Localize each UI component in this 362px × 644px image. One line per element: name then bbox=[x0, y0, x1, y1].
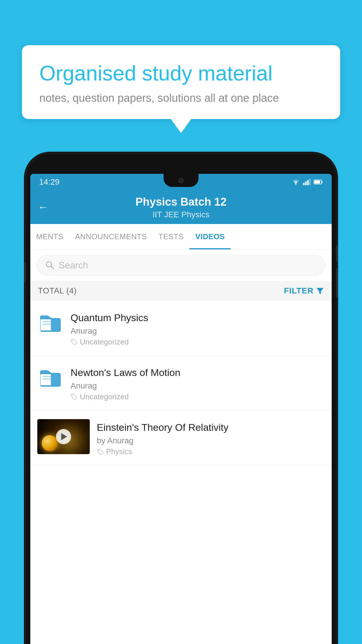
tab-videos[interactable]: VIDEOS bbox=[189, 224, 231, 249]
list-item[interactable]: Einstein's Theory Of Relativity by Anura… bbox=[30, 410, 332, 465]
svg-point-22 bbox=[72, 395, 73, 396]
svg-rect-7 bbox=[322, 181, 323, 183]
filter-button[interactable]: FILTER bbox=[284, 286, 324, 295]
back-button[interactable]: ← bbox=[38, 201, 48, 213]
power-button bbox=[336, 245, 338, 261]
search-icon bbox=[45, 260, 55, 270]
video-author: Anurag bbox=[71, 381, 325, 391]
tag-label: Uncategorized bbox=[80, 392, 129, 401]
video-title: Einstein's Theory Of Relativity bbox=[97, 421, 325, 434]
video-tag: Physics bbox=[97, 447, 325, 456]
phone-screen: 14:29 bbox=[30, 174, 332, 644]
tabs-bar: MENTS ANNOUNCEMENTS TESTS VIDEOS bbox=[30, 224, 332, 250]
search-container: Search bbox=[30, 250, 332, 281]
wifi-icon bbox=[291, 179, 300, 185]
svg-rect-21 bbox=[43, 378, 53, 379]
svg-rect-1 bbox=[303, 183, 305, 185]
phone-inner: 14:29 bbox=[26, 154, 336, 644]
video-title: Quantum Physics bbox=[71, 311, 325, 324]
svg-rect-6 bbox=[314, 181, 320, 183]
folder-icon bbox=[40, 367, 61, 388]
header-title: Physics Batch 12 bbox=[39, 195, 323, 209]
video-tag: Uncategorized bbox=[71, 392, 325, 401]
status-icons bbox=[291, 179, 323, 185]
play-triangle-icon bbox=[61, 433, 67, 440]
volume-down-button bbox=[336, 268, 338, 298]
svg-line-9 bbox=[51, 266, 54, 269]
signal-icon bbox=[303, 179, 311, 185]
svg-point-16 bbox=[72, 340, 73, 341]
thumbnail-orb bbox=[42, 435, 58, 451]
video-tag: Uncategorized bbox=[71, 337, 325, 346]
filter-icon bbox=[316, 287, 324, 295]
total-count-label: TOTAL (4) bbox=[38, 286, 77, 295]
svg-rect-4 bbox=[309, 179, 311, 185]
search-bar[interactable]: Search bbox=[37, 255, 325, 276]
svg-rect-15 bbox=[43, 323, 53, 325]
tag-label: Physics bbox=[106, 447, 132, 456]
tab-announcements[interactable]: ANNOUNCEMENTS bbox=[69, 224, 153, 249]
filter-bar: TOTAL (4) FILTER bbox=[30, 281, 332, 301]
folder-icon-container bbox=[37, 364, 64, 388]
volume-button bbox=[24, 262, 26, 283]
speech-bubble: Organised study material notes, question… bbox=[22, 45, 340, 119]
svg-marker-10 bbox=[317, 288, 324, 294]
tag-label: Uncategorized bbox=[80, 337, 129, 346]
video-info: Newton's Laws of Motion Anurag Uncategor… bbox=[71, 364, 325, 401]
video-info: Einstein's Theory Of Relativity by Anura… bbox=[97, 419, 325, 456]
filter-label: FILTER bbox=[284, 286, 314, 295]
bubble-title: Organised study material bbox=[39, 61, 323, 85]
tab-ments[interactable]: MENTS bbox=[30, 224, 69, 249]
svg-rect-3 bbox=[307, 180, 309, 185]
time-display: 14:29 bbox=[39, 177, 59, 187]
battery-icon bbox=[314, 179, 323, 185]
play-button[interactable] bbox=[56, 429, 71, 444]
tag-icon bbox=[71, 338, 78, 345]
video-list: Quantum Physics Anurag Uncategorized bbox=[30, 301, 332, 466]
svg-rect-20 bbox=[43, 376, 56, 377]
video-info: Quantum Physics Anurag Uncategorized bbox=[71, 309, 325, 346]
app-header: ← Physics Batch 12 IIT JEE Physics bbox=[30, 190, 332, 224]
video-author: Anurag bbox=[71, 326, 325, 336]
video-title: Newton's Laws of Motion bbox=[71, 366, 325, 379]
video-author: by Anurag bbox=[97, 436, 325, 445]
bubble-subtitle: notes, question papers, solutions all at… bbox=[39, 92, 323, 104]
header-subtitle: IIT JEE Physics bbox=[39, 210, 323, 219]
phone-frame: 14:29 bbox=[24, 152, 338, 644]
folder-icon bbox=[40, 312, 61, 333]
phone-notch bbox=[164, 174, 198, 187]
svg-rect-14 bbox=[43, 321, 56, 322]
video-thumbnail bbox=[37, 419, 90, 454]
list-item[interactable]: Quantum Physics Anurag Uncategorized bbox=[30, 301, 332, 356]
tag-icon bbox=[71, 393, 78, 400]
list-item[interactable]: Newton's Laws of Motion Anurag Uncategor… bbox=[30, 356, 332, 410]
svg-rect-2 bbox=[305, 181, 307, 185]
tab-tests[interactable]: TESTS bbox=[153, 224, 189, 249]
tag-icon bbox=[97, 448, 104, 455]
front-camera bbox=[178, 178, 184, 183]
folder-icon-container bbox=[37, 309, 64, 333]
svg-point-23 bbox=[99, 450, 99, 451]
svg-point-0 bbox=[295, 184, 296, 185]
search-placeholder: Search bbox=[59, 260, 88, 271]
